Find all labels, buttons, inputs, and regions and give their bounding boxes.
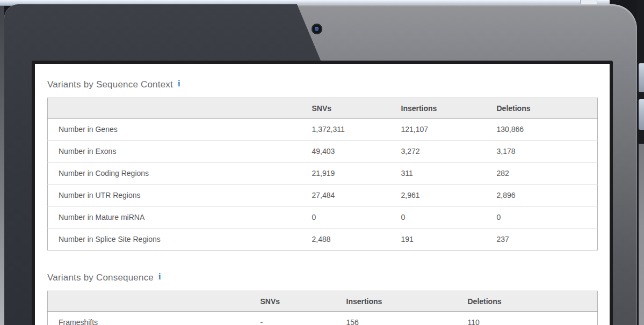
row-label: Number in Exons (48, 141, 301, 162)
col-header-deletions: Deletions (486, 98, 598, 119)
cell-insertions: 156 (336, 312, 457, 325)
row-label: Number in UTR Regions (48, 184, 301, 206)
section-title-consequence: Variants by Consequencei (47, 272, 597, 284)
camera-icon (312, 24, 322, 34)
table-row: Number in Exons 49,403 3,272 3,178 (48, 141, 598, 162)
col-header-empty (48, 98, 301, 119)
table-row: Number in UTR Regions 27,484 2,961 2,896 (48, 184, 598, 206)
device-mockup: Variants by Sequence Contexti SNVs Inser… (0, 0, 644, 325)
row-label: Number in Coding Regions (48, 162, 301, 184)
table-header-row: SNVs Insertions Deletions (48, 291, 598, 312)
cell-snvs: 27,484 (301, 184, 390, 206)
cell-snvs: 2,488 (301, 228, 390, 250)
col-header-insertions: Insertions (336, 291, 457, 312)
col-header-insertions: Insertions (390, 98, 486, 119)
cell-deletions: 0 (486, 206, 598, 228)
variants-by-sequence-context-table: SNVs Insertions Deletions Number in Gene… (47, 98, 598, 250)
row-label: Number in Splice Site Regions (48, 228, 301, 250)
cell-insertions: 311 (390, 162, 486, 184)
page-content: Variants by Sequence Contexti SNVs Inser… (35, 64, 610, 325)
cell-deletions: 3,178 (486, 141, 598, 162)
cell-snvs: 1,372,311 (301, 119, 390, 141)
row-label: Number in Genes (48, 119, 301, 141)
camera-lens-icon (315, 27, 319, 31)
info-icon[interactable]: i (178, 79, 180, 88)
cell-insertions: 191 (390, 228, 486, 250)
cell-snvs: 49,403 (301, 141, 390, 162)
cell-insertions: 121,107 (390, 119, 486, 141)
table-row: Number in Mature miRNA 0 0 0 (48, 206, 598, 228)
col-header-empty (48, 291, 250, 312)
cell-deletions: 2,896 (486, 184, 598, 206)
cell-deletions: 237 (486, 228, 598, 250)
side-button-bottom (639, 99, 644, 130)
cell-insertions: 3,272 (390, 141, 486, 162)
cell-insertions: 0 (390, 206, 486, 228)
cell-snvs: - (250, 312, 336, 325)
row-label: Number in Mature miRNA (48, 206, 301, 228)
col-header-snvs: SNVs (301, 98, 390, 119)
table-row: Frameshifts - 156 110 (48, 312, 598, 325)
table-row: Number in Coding Regions 21,919 311 282 (48, 162, 598, 184)
variants-by-consequence-table: SNVs Insertions Deletions Frameshifts - … (47, 291, 598, 325)
col-header-snvs: SNVs (250, 291, 336, 312)
cell-insertions: 2,961 (390, 184, 486, 206)
cell-deletions: 282 (486, 162, 598, 184)
info-icon[interactable]: i (158, 272, 161, 281)
tablet-left-edge (0, 0, 4, 325)
table-row: Number in Genes 1,372,311 121,107 130,86… (48, 119, 598, 141)
table-header-row: SNVs Insertions Deletions (48, 98, 598, 119)
col-header-deletions: Deletions (457, 291, 598, 312)
cell-snvs: 0 (301, 206, 390, 228)
page-title: Variants by Sequence Context (47, 79, 173, 90)
side-button-top (639, 63, 644, 92)
section-title-sequence-context: Variants by Sequence Contexti (47, 79, 597, 91)
cell-deletions: 130,866 (486, 119, 598, 141)
table-row: Number in Splice Site Regions 2,488 191 … (48, 228, 598, 250)
page-title: Variants by Consequence (47, 272, 154, 283)
cell-snvs: 21,919 (301, 162, 390, 184)
tablet-right-edge-highlight (639, 144, 644, 325)
row-label: Frameshifts (48, 312, 250, 325)
tablet-screen: Variants by Sequence Contexti SNVs Inser… (32, 61, 613, 325)
cell-deletions: 110 (457, 312, 598, 325)
